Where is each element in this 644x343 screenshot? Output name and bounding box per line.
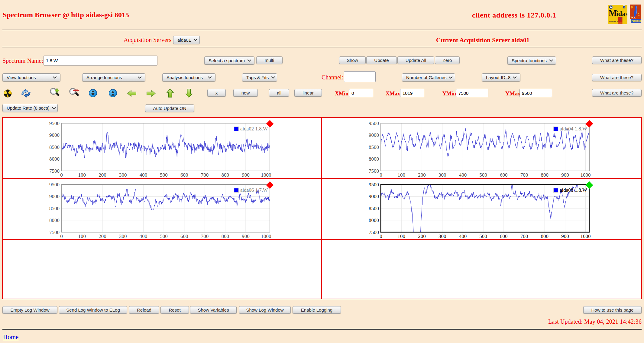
svg-text:7500: 7500 <box>369 168 379 174</box>
svg-text:POWERED: POWERED <box>632 20 641 22</box>
svg-text:aida04 1.8.W: aida04 1.8.W <box>560 126 587 132</box>
svg-text:8500: 8500 <box>369 144 379 150</box>
svg-text:0: 0 <box>60 172 63 178</box>
svg-text:700: 700 <box>520 172 528 178</box>
svg-text:8000: 8000 <box>49 156 60 162</box>
svg-text:300: 300 <box>119 233 127 239</box>
svg-text:900: 900 <box>561 233 569 239</box>
svg-text:8500: 8500 <box>49 206 60 211</box>
svg-text:500: 500 <box>160 233 168 239</box>
svg-text:800: 800 <box>221 233 229 239</box>
svg-text:M: M <box>609 8 617 18</box>
svg-text:0: 0 <box>380 172 382 178</box>
svg-text:500: 500 <box>479 172 487 178</box>
svg-text:900: 900 <box>242 233 250 239</box>
svg-text:900: 900 <box>242 172 250 178</box>
svg-text:600: 600 <box>180 233 188 239</box>
svg-text:8500: 8500 <box>49 144 60 150</box>
svg-text:0: 0 <box>380 233 382 239</box>
svg-text:9000: 9000 <box>49 194 60 199</box>
svg-text:idas: idas <box>616 10 627 18</box>
svg-text:8000: 8000 <box>49 217 60 223</box>
svg-text:100: 100 <box>398 172 406 178</box>
svg-text:900: 900 <box>561 172 569 178</box>
svg-text:100: 100 <box>78 172 86 178</box>
svg-text:1000: 1000 <box>261 233 271 239</box>
svg-text:aida06 1.7.W: aida06 1.7.W <box>240 187 268 193</box>
svg-text:7500: 7500 <box>49 229 60 235</box>
svg-text:8000: 8000 <box>369 217 379 223</box>
svg-text:300: 300 <box>439 172 446 178</box>
svg-text:700: 700 <box>520 233 528 239</box>
svg-text:aida08 1.8.W: aida08 1.8.W <box>560 187 587 193</box>
svg-text:9500: 9500 <box>369 120 379 126</box>
svg-text:400: 400 <box>140 233 147 239</box>
svg-text:800: 800 <box>541 233 549 239</box>
svg-text:200: 200 <box>99 172 106 178</box>
svg-text:400: 400 <box>459 172 467 178</box>
svg-text:9000: 9000 <box>369 194 379 199</box>
svg-text:1000: 1000 <box>261 172 271 178</box>
svg-text:400: 400 <box>140 172 147 178</box>
svg-text:7500: 7500 <box>49 168 60 174</box>
svg-text:800: 800 <box>221 172 229 178</box>
svg-text:9500: 9500 <box>49 182 60 188</box>
svg-text:9500: 9500 <box>369 182 379 188</box>
svg-text:powered by: powered by <box>609 20 619 22</box>
svg-text:700: 700 <box>201 233 209 239</box>
svg-text:200: 200 <box>418 233 426 239</box>
svg-text:7500: 7500 <box>369 229 379 235</box>
svg-text:500: 500 <box>160 172 168 178</box>
svg-text:700: 700 <box>201 172 209 178</box>
svg-text:600: 600 <box>500 172 508 178</box>
svg-text:8500: 8500 <box>369 206 379 211</box>
svg-text:600: 600 <box>500 233 508 239</box>
svg-text:300: 300 <box>439 233 446 239</box>
svg-text:9000: 9000 <box>369 132 379 138</box>
svg-text:300: 300 <box>119 172 127 178</box>
svg-text:100: 100 <box>398 233 406 239</box>
svg-text:8000: 8000 <box>369 156 379 162</box>
svg-text:1000: 1000 <box>581 172 591 178</box>
svg-text:M I D A S: M I D A S <box>619 22 623 24</box>
svg-text:aida02 1.8.W: aida02 1.8.W <box>240 126 268 132</box>
svg-text:400: 400 <box>459 233 467 239</box>
svg-text:9000: 9000 <box>49 132 60 138</box>
svg-text:800: 800 <box>541 172 549 178</box>
svg-text:600: 600 <box>180 172 188 178</box>
svg-text:1000: 1000 <box>581 233 591 239</box>
svg-text:0: 0 <box>60 233 63 239</box>
svg-text:9500: 9500 <box>49 120 60 126</box>
svg-text:TCL: TCL <box>630 16 636 19</box>
svg-text:200: 200 <box>418 172 426 178</box>
svg-text:200: 200 <box>99 233 106 239</box>
svg-text:500: 500 <box>479 233 487 239</box>
svg-text:100: 100 <box>78 233 86 239</box>
